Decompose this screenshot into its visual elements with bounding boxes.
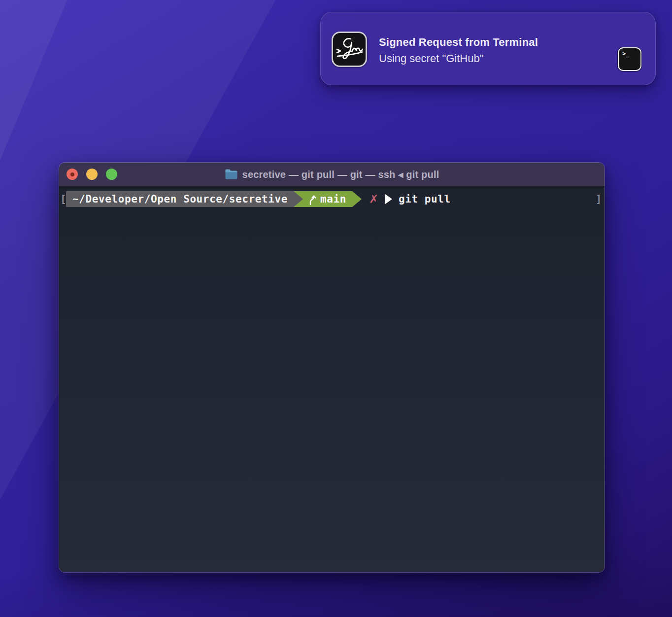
terminal-window: secretive — git pull — git — ssh ◂ git p… <box>59 163 605 572</box>
traffic-lights <box>67 169 117 180</box>
prompt-bracket-left: [ <box>59 193 66 205</box>
prompt-bracket-right: ] <box>596 191 602 207</box>
git-dirty-indicator: ✗ <box>369 191 379 207</box>
cwd-path: ~/Developer/Open Source/secretive <box>72 193 288 205</box>
notification-subtitle: Using secret "GitHub" <box>379 52 538 65</box>
secretive-app-icon <box>332 32 367 67</box>
notification-title: Signed Request from Terminal <box>379 36 538 49</box>
terminal-prompt-glyph: >_ <box>622 50 629 57</box>
window-title: secretive — git pull — git — ssh ◂ git p… <box>242 169 439 180</box>
window-titlebar[interactable]: secretive — git pull — git — ssh ◂ git p… <box>59 163 605 186</box>
git-branch-name: main <box>320 193 346 205</box>
document-edited-dot <box>70 172 74 176</box>
close-button[interactable] <box>67 169 78 180</box>
zoom-button[interactable] <box>106 169 117 180</box>
minimize-button[interactable] <box>86 169 98 180</box>
git-branch-icon <box>308 193 316 205</box>
git-branch-segment: main <box>303 191 352 207</box>
terminal-screen[interactable]: [ ~/Developer/Open Source/secretive main… <box>59 186 605 572</box>
prompt-caret-icon <box>385 194 392 204</box>
prompt-line: [ ~/Developer/Open Source/secretive main… <box>59 191 605 207</box>
command-text: git pull <box>399 193 451 205</box>
signature-icon <box>333 33 366 66</box>
powerline-separator-icon <box>352 191 362 207</box>
terminal-icon: >_ <box>618 47 641 71</box>
folder-icon <box>225 169 238 180</box>
powerline-separator-icon <box>294 191 303 207</box>
cwd-segment: ~/Developer/Open Source/secretive <box>66 191 294 207</box>
notification-banner[interactable]: Signed Request from Terminal Using secre… <box>320 12 656 85</box>
